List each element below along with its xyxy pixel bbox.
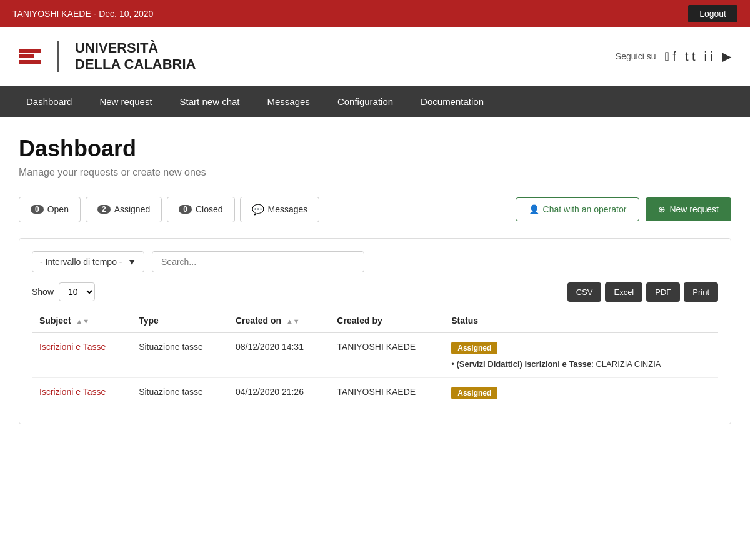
tab-closed-label: Closed: [196, 204, 223, 214]
twitter-icon[interactable]: t t: [685, 49, 696, 64]
cell-created-by: TANIYOSHI KAEDE: [329, 332, 444, 378]
cell-created-on: 04/12/2020 21:26: [228, 378, 329, 411]
logo-stripe-1: [19, 49, 41, 52]
chat-operator-button[interactable]: 👤 Chat with an operator: [516, 198, 640, 221]
cell-type: Situazione tasse: [131, 332, 228, 378]
plus-icon: ⊕: [658, 204, 666, 214]
cell-type: Situazione tasse: [131, 378, 228, 411]
cell-status: Assigned: [444, 378, 718, 411]
header: UNIVERSITÀ DELLA CALABRIA Seguici su  f…: [0, 28, 750, 86]
col-type: Type: [131, 309, 228, 332]
logout-button[interactable]: Logout: [688, 5, 738, 22]
seguici-su-label: Seguici su: [616, 51, 656, 61]
cell-subject: Iscrizioni e Tasse: [32, 378, 131, 411]
subject-link[interactable]: Iscrizioni e Tasse: [39, 342, 106, 352]
csv-button[interactable]: CSV: [568, 282, 602, 302]
messages-icon: 💬: [252, 204, 264, 216]
logo-stripe-3: [19, 60, 41, 64]
time-filter-dropdown[interactable]: - Intervallo di tempo - ▼: [32, 251, 144, 272]
instagram-icon[interactable]: i i: [704, 49, 713, 64]
col-status: Status: [444, 309, 718, 332]
excel-button[interactable]: Excel: [605, 282, 642, 302]
table-row: Iscrizioni e Tasse Situazione tasse 04/1…: [32, 378, 718, 411]
page-title: Dashboard: [19, 136, 731, 162]
tab-messages[interactable]: 💬 Messages: [240, 197, 320, 222]
nav-item-messages[interactable]: Messages: [254, 86, 324, 117]
sort-icon-subject[interactable]: ▲▼: [76, 318, 89, 325]
pdf-button[interactable]: PDF: [646, 282, 680, 302]
logo-line2: DELLA CALABRIA: [75, 56, 196, 72]
tab-closed[interactable]: 0 Closed: [167, 197, 234, 222]
cell-created-on: 08/12/2020 14:31: [228, 332, 329, 378]
search-input[interactable]: [152, 251, 364, 272]
cell-status: Assigned • (Servizi Didattici) Iscrizion…: [444, 332, 718, 378]
assignment-detail: • (Servizi Didattici) Iscrizioni e Tasse…: [451, 359, 711, 369]
nav-item-dashboard[interactable]: Dashboard: [12, 86, 86, 117]
nav-item-configuration[interactable]: Configuration: [324, 86, 407, 117]
main-nav: Dashboard New request Start new chat Mes…: [0, 86, 750, 117]
nav-item-new-request[interactable]: New request: [86, 86, 166, 117]
tab-open-label: Open: [48, 204, 69, 214]
sort-icon-created-on[interactable]: ▲▼: [286, 318, 300, 325]
page-subtitle: Manage your requests or create new ones: [19, 167, 731, 178]
col-created-on: Created on ▲▼: [228, 309, 329, 332]
chevron-down-icon: ▼: [128, 257, 136, 267]
print-button[interactable]: Print: [684, 282, 718, 302]
show-select[interactable]: 10 25 50: [59, 282, 95, 301]
cell-created-by: TANIYOSHI KAEDE: [329, 378, 444, 411]
youtube-icon[interactable]: ▶: [722, 49, 731, 64]
social-area: Seguici su  f t t i i ▶: [616, 49, 731, 64]
show-label: Show: [32, 287, 54, 297]
logo-stripe-2: [19, 54, 34, 58]
logo-divider: [58, 41, 59, 72]
filter-bar: 0 Open 2 Assigned 0 Closed 💬 Messages 👤 …: [19, 197, 731, 222]
status-badge: Assigned: [451, 342, 498, 354]
col-subject: Subject ▲▼: [32, 309, 131, 332]
table-card: - Intervallo di tempo - ▼ Show 10 25 50 …: [19, 238, 731, 424]
show-controls: Show 10 25 50: [32, 282, 95, 301]
action-buttons: 👤 Chat with an operator ⊕ New request: [516, 198, 731, 221]
logo-text-area: UNIVERSITÀ DELLA CALABRIA: [75, 40, 196, 73]
content-area: Dashboard Manage your requests or create…: [0, 117, 750, 443]
tab-assigned[interactable]: 2 Assigned: [86, 197, 162, 222]
table-row: Iscrizioni e Tasse Situazione tasse 08/1…: [32, 332, 718, 378]
filter-tabs: 0 Open 2 Assigned 0 Closed 💬 Messages: [19, 197, 319, 222]
controls-row: Show 10 25 50 CSV Excel PDF Print: [32, 282, 718, 302]
logo-area: UNIVERSITÀ DELLA CALABRIA: [19, 40, 196, 73]
export-buttons: CSV Excel PDF Print: [568, 282, 718, 302]
logo-line1: UNIVERSITÀ: [75, 40, 196, 56]
nav-item-start-new-chat[interactable]: Start new chat: [166, 86, 254, 117]
logo-stripes: [19, 49, 41, 64]
table-header-row: Subject ▲▼ Type Created on ▲▼ Created by…: [32, 309, 718, 332]
search-filter-row: - Intervallo di tempo - ▼: [32, 251, 718, 272]
tab-open[interactable]: 0 Open: [19, 197, 81, 222]
new-request-label: New request: [669, 204, 719, 214]
chat-operator-label: Chat with an operator: [543, 204, 627, 214]
top-bar-user: TANIYOSHI KAEDE - Dec. 10, 2020: [12, 9, 153, 19]
tab-messages-label: Messages: [268, 204, 308, 214]
subject-link[interactable]: Iscrizioni e Tasse: [39, 387, 106, 397]
nav-item-documentation[interactable]: Documentation: [407, 86, 498, 117]
top-bar: TANIYOSHI KAEDE - Dec. 10, 2020 Logout: [0, 0, 750, 28]
tab-open-badge: 0: [31, 205, 44, 214]
facebook-icon[interactable]:  f: [664, 49, 676, 64]
tab-assigned-label: Assigned: [114, 204, 151, 214]
tab-closed-badge: 0: [179, 205, 192, 214]
time-filter-label: - Intervallo di tempo -: [40, 257, 122, 267]
new-request-button[interactable]: ⊕ New request: [646, 198, 731, 221]
requests-table: Subject ▲▼ Type Created on ▲▼ Created by…: [32, 309, 718, 411]
status-badge: Assigned: [451, 387, 498, 399]
cell-subject: Iscrizioni e Tasse: [32, 332, 131, 378]
col-created-by: Created by: [329, 309, 444, 332]
tab-assigned-badge: 2: [98, 205, 111, 214]
person-icon: 👤: [529, 204, 539, 214]
